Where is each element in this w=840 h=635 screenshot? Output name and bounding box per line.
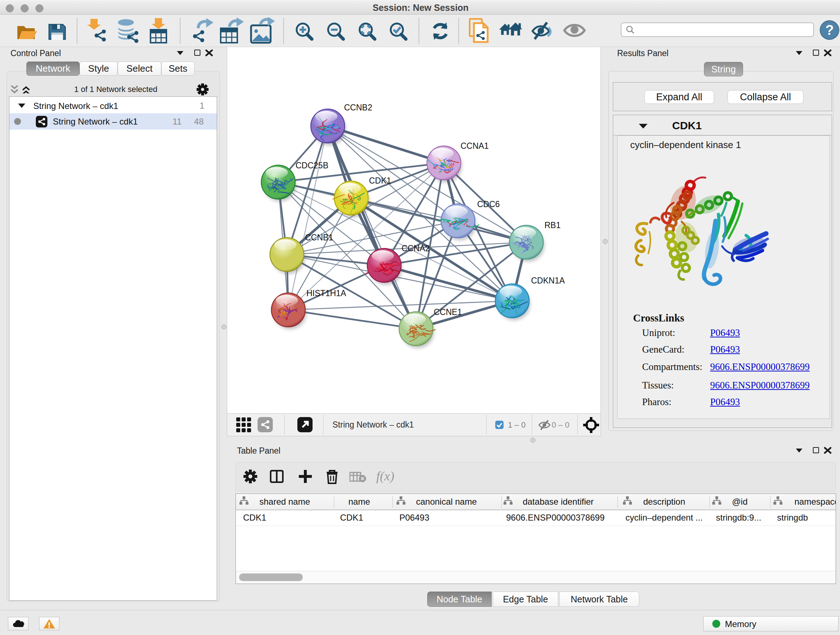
svg-text:CCNB2: CCNB2 — [344, 103, 372, 112]
svg-text:CDC6: CDC6 — [477, 200, 500, 209]
svg-text:CDKN1A: CDKN1A — [531, 276, 565, 285]
svg-text:CCNA2: CCNA2 — [401, 244, 430, 253]
svg-text:CCNA1: CCNA1 — [461, 141, 489, 150]
svg-text:CDK1: CDK1 — [369, 176, 391, 185]
svg-text:CCNE1: CCNE1 — [434, 307, 462, 317]
svg-text:CCNB1: CCNB1 — [305, 233, 333, 242]
svg-text:RB1: RB1 — [545, 220, 561, 230]
svg-text:HIST1H1A: HIST1H1A — [306, 288, 347, 298]
svg-text:CDC25B: CDC25B — [295, 161, 328, 170]
